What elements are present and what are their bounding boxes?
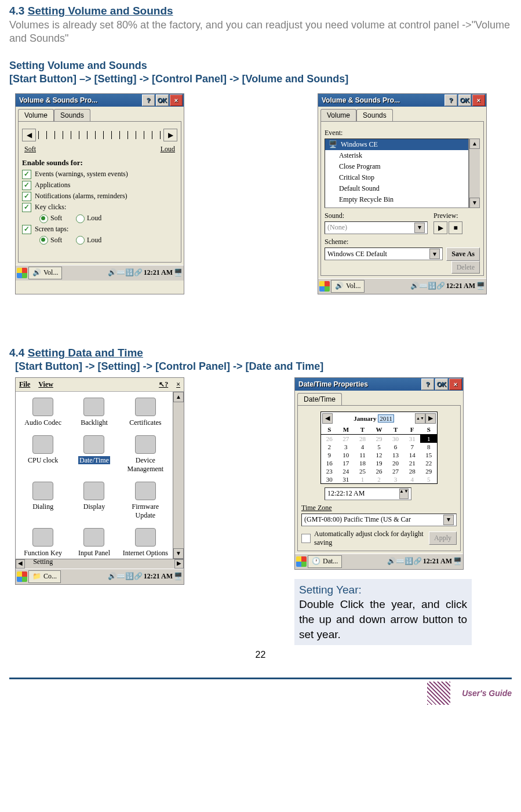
- cp-audio-codec[interactable]: Audio Codec: [19, 398, 67, 427]
- event-item-2[interactable]: Close Program: [325, 161, 468, 172]
- cp-device-mgmt[interactable]: Device Management: [122, 435, 169, 474]
- taskbar-co[interactable]: 📁 Co...: [28, 570, 61, 583]
- cp-firmware[interactable]: Firmware Update: [122, 482, 169, 520]
- cp-scrollbar[interactable]: ▲▼: [173, 392, 184, 559]
- volume-slider[interactable]: [38, 131, 161, 139]
- taskbar-dat[interactable]: 🕐 Dat...: [308, 555, 342, 568]
- year-spinner[interactable]: ▲▼: [415, 413, 425, 424]
- event-item-4[interactable]: Default Sound: [325, 183, 468, 194]
- note-title: Setting Year:: [299, 584, 362, 596]
- event-label: Event:: [325, 129, 480, 137]
- cp-close[interactable]: ×: [176, 380, 180, 389]
- scheme-combo[interactable]: Windows CE Default▾: [325, 247, 443, 260]
- calendar-body[interactable]: 2627282930311234567891011121314151617181…: [321, 435, 437, 483]
- radio-scr-soft[interactable]: [39, 236, 48, 245]
- hscroll-right[interactable]: ▶: [174, 559, 184, 569]
- event-item-5[interactable]: Empty Recycle Bin: [325, 194, 468, 205]
- dt-help[interactable]: ?: [421, 378, 434, 390]
- tab-volume[interactable]: Volume: [18, 109, 54, 121]
- tab-volume-2[interactable]: Volume: [320, 109, 356, 121]
- desktop-icon[interactable]: 🖥️: [174, 268, 183, 277]
- cal-prev[interactable]: ◀: [322, 413, 333, 424]
- help-button-2[interactable]: ?: [445, 94, 457, 106]
- close-button[interactable]: ×: [170, 94, 183, 106]
- desktop-icon-2[interactable]: 🖥️: [476, 282, 485, 290]
- label-soft: Soft: [24, 145, 36, 154]
- desktop-icon-4[interactable]: 🖥️: [453, 557, 462, 566]
- preview-play[interactable]: ▶: [433, 221, 447, 234]
- dt-ok[interactable]: OK: [435, 378, 448, 390]
- cp-display[interactable]: Display: [70, 482, 118, 520]
- chk-screen[interactable]: ✓: [22, 225, 31, 234]
- volume-left-button[interactable]: ◀: [22, 129, 36, 141]
- start-button-4[interactable]: [296, 556, 307, 567]
- cp-dialing[interactable]: Dialing: [19, 482, 67, 520]
- event-item-1[interactable]: Asterisk: [325, 150, 468, 161]
- dow: S: [321, 426, 338, 433]
- close-button-2[interactable]: ×: [472, 94, 485, 106]
- cp-date-time[interactable]: Date/Time: [70, 435, 118, 474]
- event-list[interactable]: 🖥️ Windows CE Asterisk Close Program Cri…: [325, 139, 469, 208]
- taskbar-vol[interactable]: 🔊 Vol...: [28, 267, 62, 279]
- window-volume: Volume & Sounds Pro... ? OK × Volume Sou…: [15, 93, 184, 294]
- desktop-icon-3[interactable]: 🖥️: [174, 572, 183, 581]
- chk-events[interactable]: ✓: [22, 170, 31, 179]
- chk-dst[interactable]: ✓: [301, 534, 311, 543]
- cp-backlight[interactable]: Backlight: [70, 398, 118, 427]
- page-number: 22: [9, 650, 512, 660]
- dt-title: Date/Time Properties: [298, 380, 368, 388]
- chk-key-label: Key clicks:: [35, 203, 66, 212]
- menu-file[interactable]: File: [19, 380, 30, 389]
- clock: 12:21 AM: [144, 268, 173, 277]
- hscroll-left[interactable]: ◀: [16, 559, 25, 569]
- delete-button[interactable]: Delete: [451, 261, 480, 274]
- chk-apps[interactable]: ✓: [22, 181, 31, 190]
- calendar[interactable]: ◀ January 2011 ▲▼ ▶ S M T W T F: [320, 412, 438, 484]
- volume-right-button[interactable]: ▶: [163, 129, 177, 141]
- menu-view[interactable]: View: [38, 380, 53, 389]
- event-item-3[interactable]: Critical Stop: [325, 172, 468, 183]
- sound-combo[interactable]: (None)▾: [325, 221, 428, 234]
- window-control-panel: File View ↖? × Audio Codec Backlight Cer…: [15, 377, 184, 585]
- dt-tab[interactable]: Date/Time: [297, 393, 342, 405]
- label-loud: Loud: [161, 145, 175, 154]
- preview-stop[interactable]: ■: [449, 221, 462, 234]
- sound-label: Sound:: [325, 212, 428, 220]
- tz-combo[interactable]: (GMT-08:00) Pacific Time (US & Car▾: [301, 514, 457, 526]
- ok-button[interactable]: OK: [156, 94, 169, 106]
- time-input[interactable]: 12:22:12 AM▲▼: [325, 487, 411, 500]
- cp-cpu-clock[interactable]: CPU clock: [19, 435, 67, 474]
- dow: T: [387, 426, 404, 433]
- title-text-2: Volume & Sounds Pro...: [322, 96, 400, 104]
- cp-certificates[interactable]: Certificates: [122, 398, 169, 427]
- ok-button-2[interactable]: OK: [458, 94, 471, 106]
- event-scrollbar[interactable]: ▲▼: [469, 139, 480, 208]
- setting-year-note: Setting Year: Double Click the year, and…: [294, 579, 472, 646]
- tz-label: Time Zone: [301, 504, 457, 512]
- taskbar-vol-2[interactable]: 🔊 Vol...: [331, 280, 365, 293]
- saveas-button[interactable]: Save As: [446, 247, 480, 261]
- year-input[interactable]: 2011: [378, 414, 394, 423]
- tab-sounds-2[interactable]: Sounds: [356, 109, 393, 121]
- chk-notif-label: Notifications (alarms, reminders): [35, 192, 127, 201]
- help-icon[interactable]: ↖?: [159, 380, 168, 389]
- titlebar-volume: Volume & Sounds Pro... ? OK ×: [16, 94, 184, 107]
- dt-close[interactable]: ×: [449, 378, 462, 390]
- note-body: Double Click the year, and click the up …: [299, 598, 467, 640]
- chk-notif[interactable]: ✓: [22, 192, 31, 201]
- start-button-2[interactable]: [319, 281, 330, 292]
- intro-4-3: Volumes is already set 80% at the factor…: [9, 19, 512, 46]
- chk-key[interactable]: ✓: [22, 203, 31, 212]
- radio-scr-loud[interactable]: [76, 236, 85, 245]
- start-button[interactable]: [17, 268, 27, 278]
- radio-key-soft[interactable]: [39, 214, 48, 223]
- event-list-header[interactable]: 🖥️ Windows CE: [325, 139, 468, 150]
- radio-key-loud[interactable]: [76, 214, 85, 223]
- help-button[interactable]: ?: [142, 94, 155, 106]
- start-button-3[interactable]: [17, 571, 27, 582]
- cal-next[interactable]: ▶: [425, 413, 436, 424]
- tab-sounds[interactable]: Sounds: [54, 109, 90, 121]
- dow: T: [354, 426, 371, 433]
- guide-label: User's Guide: [462, 689, 512, 698]
- apply-button[interactable]: Apply: [429, 531, 457, 545]
